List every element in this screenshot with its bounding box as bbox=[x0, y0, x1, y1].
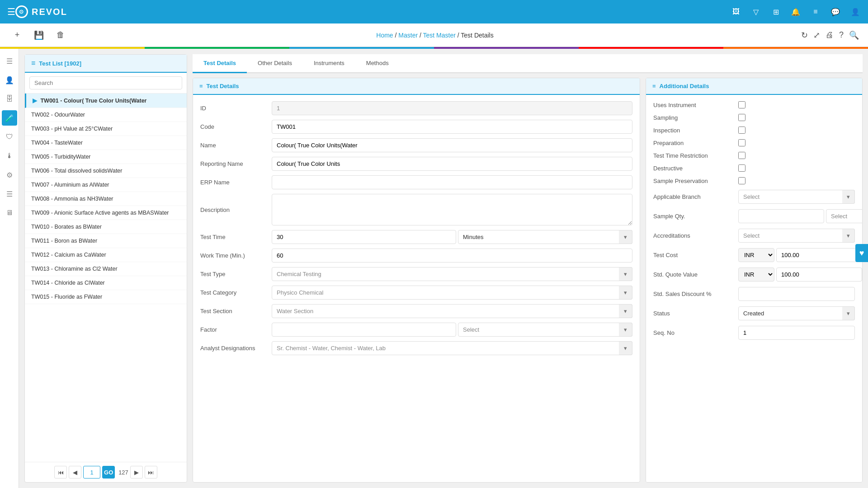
search-input[interactable] bbox=[29, 76, 182, 89]
last-page-button[interactable]: ⏭ bbox=[145, 466, 157, 479]
go-button[interactable]: GO bbox=[102, 466, 115, 479]
tab-instruments[interactable]: Instruments bbox=[303, 54, 355, 73]
sidebar-item-dashboard[interactable]: ☰ bbox=[2, 53, 17, 69]
add-button[interactable]: + bbox=[9, 27, 25, 43]
details-row: ≡ Test Details ID Code bbox=[193, 78, 863, 483]
erp-name-label: ERP Name bbox=[200, 179, 268, 186]
list-item[interactable]: TW005 - TurbidityWater bbox=[25, 150, 187, 164]
test-cost-currency-select[interactable]: INR USD bbox=[738, 248, 774, 262]
search-icon[interactable]: 🔍 bbox=[849, 30, 859, 40]
analyst-select[interactable]: Sr. Chemist - Water, Chemist - Water, La… bbox=[272, 341, 632, 355]
test-time-field[interactable] bbox=[272, 230, 456, 244]
list-item[interactable]: TW003 - pH Value at 25°CWater bbox=[25, 122, 187, 136]
prev-page-button[interactable]: ◀ bbox=[69, 466, 81, 479]
page-input[interactable]: 1 bbox=[83, 466, 100, 479]
grid-icon[interactable]: ⊞ bbox=[770, 6, 781, 17]
tab-test-details[interactable]: Test Details bbox=[193, 54, 247, 73]
test-section-select[interactable]: Water Section bbox=[272, 304, 632, 318]
test-cost-input[interactable] bbox=[776, 248, 862, 262]
destructive-row: Destructive bbox=[653, 164, 855, 172]
list-item[interactable]: TW002 - OdourWater bbox=[25, 108, 187, 122]
work-time-field[interactable] bbox=[272, 249, 632, 263]
seq-no-input[interactable] bbox=[738, 326, 855, 340]
destructive-checkbox[interactable] bbox=[738, 164, 745, 172]
sidebar-item-thermometer[interactable]: 🌡 bbox=[2, 148, 17, 164]
test-details-icon: ≡ bbox=[199, 83, 203, 89]
list-icon[interactable]: ≡ bbox=[810, 6, 821, 17]
name-field[interactable] bbox=[272, 138, 632, 152]
sidebar-item-settings[interactable]: ⚙ bbox=[2, 167, 17, 183]
std-quote-input[interactable] bbox=[776, 267, 862, 282]
filter-icon[interactable]: ▽ bbox=[750, 6, 761, 17]
breadcrumb-master[interactable]: Master bbox=[398, 32, 418, 39]
test-type-select[interactable]: Chemical Testing Physical Testing bbox=[272, 267, 632, 281]
sidebar-item-shield[interactable]: 🛡 bbox=[2, 129, 17, 145]
id-field[interactable] bbox=[272, 101, 632, 115]
sample-qty-input[interactable] bbox=[738, 209, 824, 223]
delete-button[interactable]: 🗑 bbox=[52, 27, 69, 43]
std-quote-container: INR USD bbox=[738, 267, 862, 282]
test-category-select[interactable]: Physico Chemical bbox=[272, 286, 632, 300]
additional-details-panel: ≡ Additional Details Uses Instrument Sam… bbox=[646, 78, 863, 483]
status-select[interactable]: Created Active Inactive bbox=[738, 306, 855, 320]
help-icon[interactable]: ? bbox=[839, 30, 844, 40]
sample-preservation-checkbox[interactable] bbox=[738, 177, 745, 184]
list-item[interactable]: TW010 - Borates as BWater bbox=[25, 220, 187, 234]
tab-other-details[interactable]: Other Details bbox=[247, 54, 303, 73]
test-time-unit-select[interactable]: Minutes Hours bbox=[458, 230, 632, 244]
status-label: Status bbox=[653, 310, 735, 317]
test-time-restriction-checkbox[interactable] bbox=[738, 152, 745, 159]
reporting-name-field[interactable] bbox=[272, 157, 632, 171]
erp-name-row: ERP Name bbox=[200, 175, 632, 189]
sidebar-item-monitor[interactable]: 🖥 bbox=[2, 205, 17, 221]
user-circle-icon[interactable]: 👤 bbox=[850, 6, 861, 17]
chat-icon[interactable]: 💬 bbox=[830, 6, 841, 17]
sidebar-item-user[interactable]: 👤 bbox=[2, 72, 17, 88]
toolbar: + 💾 🗑 Home / Master / Test Master / Test… bbox=[0, 23, 868, 47]
preparation-checkbox[interactable] bbox=[738, 139, 745, 146]
profile-icon[interactable]: 🖼 bbox=[731, 6, 741, 17]
first-page-button[interactable]: ⏮ bbox=[54, 466, 67, 479]
sampling-checkbox[interactable] bbox=[738, 114, 745, 121]
save-button[interactable]: 💾 bbox=[31, 27, 47, 43]
next-page-button[interactable]: ▶ bbox=[130, 466, 143, 479]
std-sales-discount-input[interactable] bbox=[738, 287, 855, 301]
tab-methods[interactable]: Methods bbox=[355, 54, 400, 73]
list-item[interactable]: ▶ TW001 - Colour( True Color Units(Water bbox=[25, 94, 187, 108]
list-item[interactable]: TW013 - Chloramine as Cl2 Water bbox=[25, 262, 187, 276]
description-field[interactable] bbox=[272, 194, 632, 225]
favorite-button[interactable]: ♥ bbox=[855, 244, 868, 262]
uses-instrument-checkbox[interactable] bbox=[738, 101, 745, 108]
list-item[interactable]: TW007 - Aluminium as AlWater bbox=[25, 178, 187, 192]
code-field[interactable] bbox=[272, 120, 632, 134]
erp-name-field[interactable] bbox=[272, 175, 632, 189]
list-item[interactable]: TW014 - Chloride as ClWater bbox=[25, 276, 187, 290]
menu-icon[interactable]: ☰ bbox=[7, 6, 15, 17]
print-icon[interactable]: 🖨 bbox=[826, 30, 834, 40]
refresh-icon[interactable]: ↻ bbox=[801, 30, 808, 40]
factor-select[interactable]: Select bbox=[458, 323, 632, 337]
sidebar-item-flask[interactable]: 🧪 bbox=[2, 110, 17, 126]
std-quote-currency-select[interactable]: INR USD bbox=[738, 267, 774, 282]
applicable-branch-select[interactable]: Select bbox=[738, 190, 855, 204]
breadcrumb-home[interactable]: Home bbox=[376, 32, 393, 39]
accreditations-select[interactable]: Select bbox=[738, 229, 855, 243]
applicable-branch-label: Applicable Branch bbox=[653, 193, 735, 200]
sidebar-item-list[interactable]: ☰ bbox=[2, 186, 17, 202]
sidebar-item-database[interactable]: 🗄 bbox=[2, 91, 17, 107]
navbar: ☰ ⊙ REVOL 🖼 ▽ ⊞ 🔔 ≡ 💬 👤 bbox=[0, 0, 868, 23]
list-item[interactable]: TW009 - Anionic Surface Active agents as… bbox=[25, 206, 187, 220]
list-item[interactable]: TW008 - Ammonia as NH3Water bbox=[25, 192, 187, 206]
breadcrumb-test-master[interactable]: Test Master bbox=[423, 32, 456, 39]
list-item[interactable]: TW011 - Boron as BWater bbox=[25, 234, 187, 248]
list-item[interactable]: TW004 - TasteWater bbox=[25, 136, 187, 150]
inspection-checkbox[interactable] bbox=[738, 127, 745, 134]
test-list: ▶ TW001 - Colour( True Color Units(Water… bbox=[25, 94, 187, 462]
list-item[interactable]: TW012 - Calcium as CaWater bbox=[25, 248, 187, 262]
list-item[interactable]: TW006 - Total dissolved solidsWater bbox=[25, 164, 187, 178]
list-item[interactable]: TW015 - Fluoride as FWater bbox=[25, 290, 187, 304]
expand-icon[interactable]: ⤢ bbox=[813, 30, 820, 40]
factor-input[interactable] bbox=[272, 323, 456, 337]
bell-icon[interactable]: 🔔 bbox=[790, 6, 801, 17]
sample-qty-unit-select[interactable]: Select bbox=[826, 209, 863, 223]
